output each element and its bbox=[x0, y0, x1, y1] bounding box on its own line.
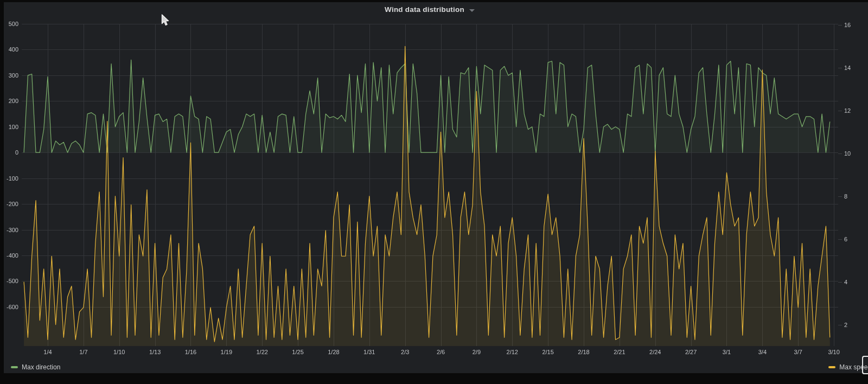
x-axis-tick-label: 3/10 bbox=[822, 349, 846, 355]
x-axis-tick-label: 2/6 bbox=[429, 349, 453, 355]
x-axis-tick-label: 2/18 bbox=[572, 349, 596, 355]
y-axis-left-tick-label: 0 bbox=[2, 150, 18, 156]
x-axis-tick-label: 2/15 bbox=[536, 349, 560, 355]
x-axis-tick-label: 3/4 bbox=[750, 349, 774, 355]
y-axis-left-tick-label: -200 bbox=[2, 201, 18, 207]
y-axis-right-tick-label: 12 bbox=[844, 108, 860, 114]
scrollbar-thumb[interactable] bbox=[862, 356, 868, 374]
x-axis-tick-label: 1/4 bbox=[36, 349, 60, 355]
y-axis-left-tick-label: -400 bbox=[2, 253, 18, 259]
wind-chart-plot-area[interactable] bbox=[4, 2, 868, 373]
y-axis-left-tick-label: 400 bbox=[2, 47, 18, 53]
max-direction-swatch-icon bbox=[11, 366, 18, 368]
y-axis-right-tick-label: 8 bbox=[844, 194, 860, 200]
y-axis-right-tick-label: 16 bbox=[844, 22, 860, 28]
x-axis-tick-label: 2/21 bbox=[608, 349, 631, 355]
y-axis-left-tick-label: 300 bbox=[2, 73, 18, 79]
y-axis-right-tick-label: 6 bbox=[844, 236, 860, 242]
y-axis-right-tick-label: 2 bbox=[844, 322, 860, 328]
y-axis-left-tick-label: 200 bbox=[2, 98, 18, 104]
legend-item-max-direction[interactable]: Max direction bbox=[11, 363, 60, 371]
x-axis-tick-label: 2/9 bbox=[464, 349, 488, 355]
y-axis-left-tick-label: 500 bbox=[2, 21, 18, 27]
y-axis-right-tick-label: 4 bbox=[844, 279, 860, 285]
max-speed-swatch-icon bbox=[828, 366, 835, 368]
legend-label: Max direction bbox=[22, 363, 60, 371]
x-axis-tick-label: 1/25 bbox=[286, 349, 310, 355]
y-axis-right-tick-label: 14 bbox=[844, 65, 860, 71]
y-axis-left-tick-label: -500 bbox=[2, 278, 18, 284]
y-axis-left-tick-label: 100 bbox=[2, 124, 18, 130]
x-axis-tick-label: 2/3 bbox=[393, 349, 417, 355]
x-axis-tick-label: 3/7 bbox=[786, 349, 810, 355]
panel-header: Wind data distribution bbox=[4, 5, 856, 14]
x-axis-tick-label: 1/10 bbox=[107, 349, 131, 355]
panel-title[interactable]: Wind data distribution bbox=[385, 5, 464, 14]
x-axis-tick-label: 1/31 bbox=[358, 349, 381, 355]
x-axis-tick-label: 1/19 bbox=[214, 349, 238, 355]
x-axis-tick-label: 1/16 bbox=[178, 349, 202, 355]
y-axis-left-tick-label: -100 bbox=[2, 176, 18, 182]
x-axis-tick-label: 3/1 bbox=[714, 349, 738, 355]
x-axis-tick-label: 2/24 bbox=[643, 349, 667, 355]
x-axis-tick-label: 1/28 bbox=[322, 349, 346, 355]
x-axis-tick-label: 2/12 bbox=[500, 349, 524, 355]
x-axis-tick-label: 1/22 bbox=[250, 349, 274, 355]
grafana-panel: Wind data distribution 5004003002001000-… bbox=[4, 2, 868, 373]
x-axis-tick-label: 1/13 bbox=[143, 349, 167, 355]
y-axis-left-tick-label: -600 bbox=[2, 304, 18, 310]
y-axis-left-tick-label: -300 bbox=[2, 227, 18, 233]
panel-menu-caret-icon[interactable] bbox=[469, 9, 475, 12]
y-axis-right-tick-label: 10 bbox=[844, 151, 860, 157]
x-axis-tick-label: 1/7 bbox=[72, 349, 95, 355]
x-axis-tick-label: 2/27 bbox=[679, 349, 703, 355]
